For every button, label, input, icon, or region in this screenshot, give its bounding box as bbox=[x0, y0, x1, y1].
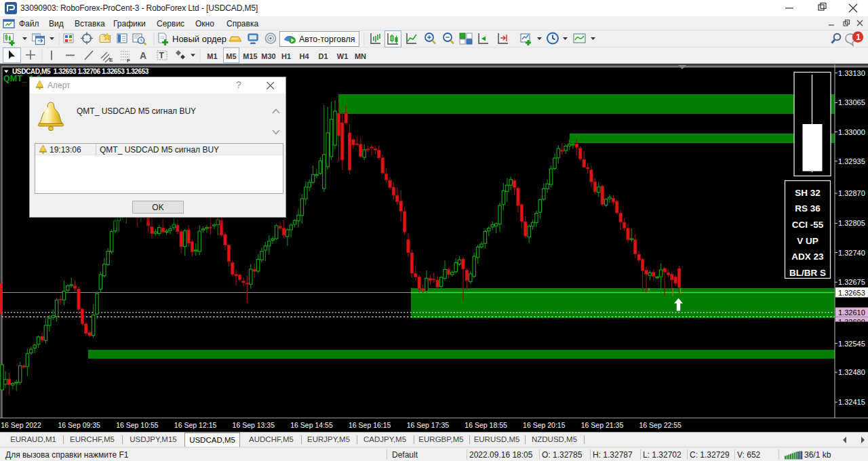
svg-text:16 Sep 21:35: 16 Sep 21:35 bbox=[581, 421, 624, 429]
svg-text:1.32935: 1.32935 bbox=[838, 157, 865, 165]
svg-text:16 Sep 10:55: 16 Sep 10:55 bbox=[116, 421, 159, 429]
svg-text:Новый ордер: Новый ордер bbox=[172, 34, 226, 44]
svg-text:D1: D1 bbox=[318, 52, 328, 60]
svg-text:16 Sep 20:15: 16 Sep 20:15 bbox=[523, 421, 566, 429]
svg-text:1.32870: 1.32870 bbox=[838, 189, 865, 197]
svg-text:M30: M30 bbox=[261, 52, 275, 60]
svg-text:V UP: V UP bbox=[797, 236, 818, 246]
svg-text:1.32480: 1.32480 bbox=[838, 368, 865, 376]
svg-text:16 Sep 14:55: 16 Sep 14:55 bbox=[290, 421, 333, 429]
svg-text:ADX 23: ADX 23 bbox=[791, 252, 824, 262]
svg-text:16 Sep 17:35: 16 Sep 17:35 bbox=[407, 421, 450, 429]
svg-text:1.32805: 1.32805 bbox=[838, 219, 865, 227]
svg-text:1.32545: 1.32545 bbox=[838, 340, 865, 348]
svg-text:1.32740: 1.32740 bbox=[838, 249, 865, 257]
svg-text:1: 1 bbox=[856, 33, 861, 42]
svg-text:16 Sep 13:35: 16 Sep 13:35 bbox=[233, 421, 275, 429]
svg-text:H4: H4 bbox=[299, 52, 309, 60]
svg-text:16 Sep 16:15: 16 Sep 16:15 bbox=[349, 421, 391, 429]
svg-text:RS 36: RS 36 bbox=[795, 203, 821, 214]
svg-text:1.32653: 1.32653 bbox=[838, 289, 865, 297]
svg-text:1.33000: 1.33000 bbox=[838, 128, 865, 136]
svg-text:1.32415: 1.32415 bbox=[838, 398, 865, 406]
svg-text:16 Sep 22:55: 16 Sep 22:55 bbox=[639, 421, 682, 429]
svg-text:F: F bbox=[127, 58, 130, 63]
svg-text:1.32610: 1.32610 bbox=[838, 308, 865, 317]
svg-text:T: T bbox=[159, 51, 165, 60]
svg-text:16 Sep 12:15: 16 Sep 12:15 bbox=[174, 421, 217, 429]
svg-text:A: A bbox=[140, 50, 146, 61]
svg-text:MN: MN bbox=[355, 52, 366, 60]
svg-text:W1: W1 bbox=[337, 52, 349, 60]
svg-text:BL/BR S: BL/BR S bbox=[789, 268, 826, 278]
svg-text:SH 32: SH 32 bbox=[795, 188, 821, 198]
svg-text:1.33130: 1.33130 bbox=[838, 69, 865, 77]
svg-text:16 Sep 2022: 16 Sep 2022 bbox=[1, 421, 41, 429]
svg-text:M1: M1 bbox=[207, 52, 217, 60]
svg-text:M5: M5 bbox=[226, 52, 236, 60]
svg-text:16 Sep 09:35: 16 Sep 09:35 bbox=[58, 421, 100, 429]
svg-text:E: E bbox=[109, 57, 113, 63]
svg-text:M15: M15 bbox=[243, 52, 257, 60]
svg-text:H1: H1 bbox=[281, 52, 291, 60]
svg-text:CCI -55: CCI -55 bbox=[792, 220, 824, 230]
svg-text:1.33065: 1.33065 bbox=[838, 98, 865, 106]
svg-text:16 Sep 18:55: 16 Sep 18:55 bbox=[465, 421, 507, 429]
svg-text:1.32675: 1.32675 bbox=[838, 278, 865, 286]
svg-text:Авто-торговля: Авто-торговля bbox=[299, 35, 355, 44]
